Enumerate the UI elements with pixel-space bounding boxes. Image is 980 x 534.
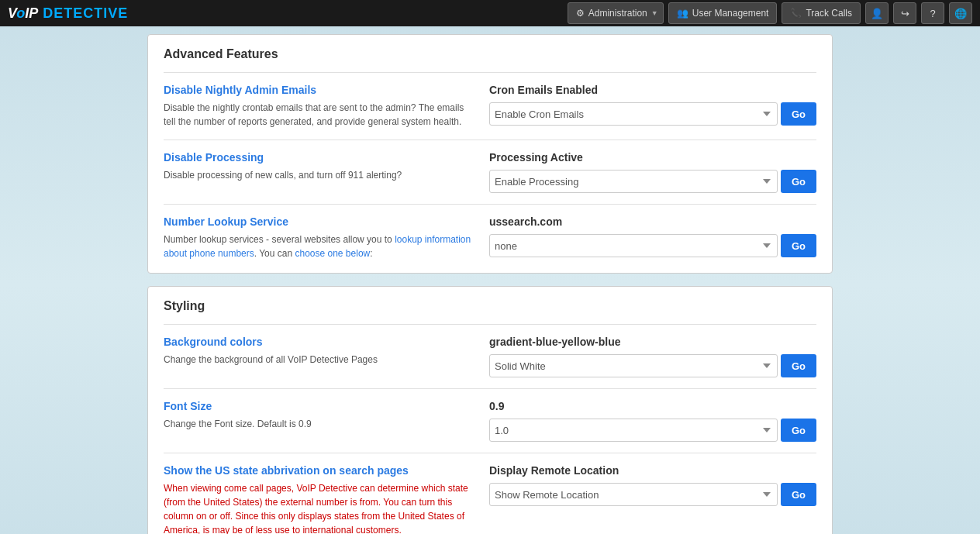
feature-control-bg-colors: Solid White gradient-blue-yellow-blue So… [489, 354, 816, 377]
feature-row-processing: Disable Processing Disable processing of… [164, 140, 816, 204]
styling-section: Styling Background colors Change the bac… [147, 286, 833, 534]
font-size-select[interactable]: 0.8 0.9 1.0 1.1 1.2 [489, 419, 778, 442]
bg-colors-select[interactable]: Solid White gradient-blue-yellow-blue So… [489, 354, 778, 377]
advanced-features-section: Advanced Features Disable Nightly Admin … [147, 34, 833, 274]
feature-right-font-size: 0.9 0.8 0.9 1.0 1.1 1.2 Go [489, 400, 816, 442]
feature-left-number-lookup: Number Lookup Service Number lookup serv… [164, 215, 489, 260]
feature-row-number-lookup: Number Lookup Service Number lookup serv… [164, 204, 816, 260]
number-lookup-select[interactable]: none ussearch.com whitepages.com [489, 234, 778, 257]
user-management-label: User Management [692, 8, 769, 19]
feature-row-cron-emails: Disable Nightly Admin Emails Disable the… [164, 72, 816, 140]
bg-colors-go-button[interactable]: Go [781, 354, 816, 377]
feature-name-remote-location: Show the US state abbrivation on search … [164, 464, 474, 477]
administration-label: Administration [588, 8, 647, 19]
chevron-down-icon: ▼ [651, 9, 658, 17]
styling-title: Styling [164, 299, 816, 313]
feature-control-cron: Enable Cron Emails Disable Cron Emails G… [489, 102, 816, 126]
feature-left-remote-location: Show the US state abbrivation on search … [164, 464, 489, 534]
feature-desc-cron: Disable the nightly crontab emails that … [164, 101, 474, 129]
brand-voip-text: VoIP [8, 5, 38, 22]
processing-select[interactable]: Enable Processing Disable Processing [489, 170, 778, 193]
feature-desc-remote-location: When viewing come call pages, VoIP Detec… [164, 481, 474, 534]
feature-desc-bg-colors: Change the background of all VoIP Detect… [164, 353, 474, 367]
feature-name-processing: Disable Processing [164, 151, 474, 164]
feature-desc-number-lookup: Number lookup services - several website… [164, 233, 474, 260]
profile-icon-button[interactable]: 👤 [865, 2, 889, 24]
user-management-button[interactable]: 👥 User Management [668, 2, 778, 24]
brand-detective-text: DETECTIVE [38, 5, 128, 22]
advanced-features-title: Advanced Features [164, 47, 816, 61]
gear-icon: ⚙ [576, 8, 585, 19]
feature-left-cron: Disable Nightly Admin Emails Disable the… [164, 84, 489, 129]
feature-right-number-lookup: ussearch.com none ussearch.com whitepage… [489, 215, 816, 260]
users-icon: 👥 [677, 8, 688, 19]
feature-control-remote-location: Show Remote Location Hide Remote Locatio… [489, 483, 816, 506]
main-content: Advanced Features Disable Nightly Admin … [0, 26, 980, 534]
feature-current-number-lookup: ussearch.com [489, 215, 816, 228]
feature-right-remote-location: Display Remote Location Show Remote Loca… [489, 464, 816, 534]
feature-name-bg-colors: Background colors [164, 336, 474, 348]
feature-desc-font-size: Change the Font size. Default is 0.9 [164, 417, 474, 431]
feature-current-processing: Processing Active [489, 151, 816, 164]
feature-current-cron: Cron Emails Enabled [489, 84, 816, 96]
feature-name-number-lookup: Number Lookup Service [164, 215, 474, 228]
brand-logo: VoIP DETECTIVE [8, 5, 128, 22]
feature-name-font-size: Font Size [164, 400, 474, 412]
forward-icon-button[interactable]: ↪ [893, 2, 916, 24]
feature-desc-processing: Disable processing of new calls, and tur… [164, 168, 474, 182]
feature-control-number-lookup: none ussearch.com whitepages.com Go [489, 234, 816, 257]
feature-control-font-size: 0.8 0.9 1.0 1.1 1.2 Go [489, 419, 816, 442]
feature-name-cron: Disable Nightly Admin Emails [164, 84, 474, 96]
number-lookup-go-button[interactable]: Go [781, 234, 816, 257]
phone-icon: 📞 [790, 8, 802, 19]
feature-row-font-size: Font Size Change the Font size. Default … [164, 388, 816, 453]
track-calls-button[interactable]: 📞 Track Calls [782, 2, 861, 24]
feature-left-bg-colors: Background colors Change the background … [164, 336, 489, 377]
cron-emails-select[interactable]: Enable Cron Emails Disable Cron Emails [489, 102, 778, 126]
remote-location-go-button[interactable]: Go [781, 483, 816, 506]
track-calls-label: Track Calls [806, 8, 852, 19]
feature-control-processing: Enable Processing Disable Processing Go [489, 170, 816, 193]
feature-current-font-size: 0.9 [489, 400, 816, 412]
navbar-right: ⚙ Administration ▼ 👥 User Management 📞 T… [568, 2, 972, 24]
feature-current-bg-colors: gradient-blue-yellow-blue [489, 336, 816, 348]
administration-button[interactable]: ⚙ Administration ▼ [568, 2, 664, 24]
navbar: VoIP DETECTIVE ⚙ Administration ▼ 👥 User… [0, 0, 980, 26]
feature-left-font-size: Font Size Change the Font size. Default … [164, 400, 489, 442]
feature-right-cron: Cron Emails Enabled Enable Cron Emails D… [489, 84, 816, 129]
feature-left-processing: Disable Processing Disable processing of… [164, 151, 489, 193]
feature-right-bg-colors: gradient-blue-yellow-blue Solid White gr… [489, 336, 816, 377]
feature-current-remote-location: Display Remote Location [489, 464, 816, 477]
font-size-go-button[interactable]: Go [781, 419, 816, 442]
feature-row-remote-location: Show the US state abbrivation on search … [164, 453, 816, 534]
feature-row-bg-colors: Background colors Change the background … [164, 324, 816, 388]
settings-icon-button[interactable]: 🌐 [949, 2, 972, 24]
feature-right-processing: Processing Active Enable Processing Disa… [489, 151, 816, 193]
processing-go-button[interactable]: Go [781, 170, 816, 193]
remote-location-select[interactable]: Show Remote Location Hide Remote Locatio… [489, 483, 778, 506]
help-icon-button[interactable]: ? [921, 2, 944, 24]
cron-emails-go-button[interactable]: Go [781, 102, 816, 126]
